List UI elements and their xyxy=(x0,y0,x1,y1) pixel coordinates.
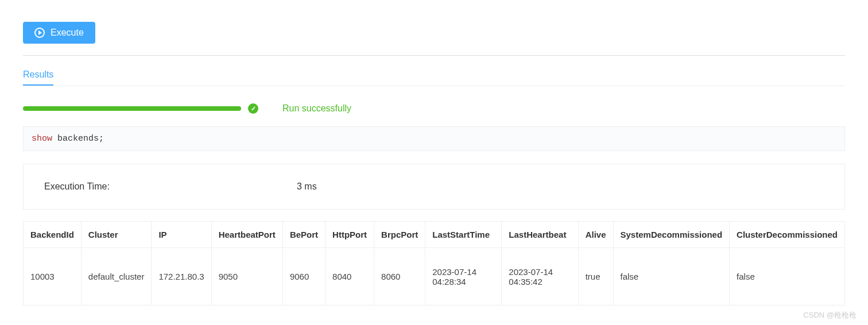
cell-beport: 9060 xyxy=(282,248,325,305)
col-httpport: HttpPort xyxy=(326,222,374,248)
cell-systemdecommissioned: false xyxy=(613,248,730,305)
col-lastheartbeat: LastHeartbeat xyxy=(502,222,578,248)
col-beport: BePort xyxy=(282,222,325,248)
cell-brpcport: 8060 xyxy=(374,248,425,305)
cell-clusterdecommissioned: false xyxy=(730,248,845,305)
status-text: Run successfully xyxy=(282,103,351,114)
tabs: Results xyxy=(23,65,845,86)
table-row: 10003 default_cluster 172.21.80.3 9050 9… xyxy=(24,248,845,305)
progress-bar xyxy=(23,106,241,111)
check-icon: ✓ xyxy=(248,103,258,114)
execution-time-label: Execution Time: xyxy=(44,181,297,192)
col-backendid: BackendId xyxy=(24,222,82,248)
cell-backendid: 10003 xyxy=(24,248,82,305)
execute-button[interactable]: Execute xyxy=(23,22,95,44)
col-heartbeatport: HeartbeatPort xyxy=(211,222,282,248)
query-box: show backends; xyxy=(23,126,845,151)
execution-time-box: Execution Time: 3 ms xyxy=(23,164,845,210)
status-row: ✓ Run successfully xyxy=(23,103,845,114)
cell-ip: 172.21.80.3 xyxy=(152,248,211,305)
results-table: BackendId Cluster IP HeartbeatPort BePor… xyxy=(23,221,845,305)
execution-time-value: 3 ms xyxy=(297,181,317,192)
cell-cluster: default_cluster xyxy=(81,248,152,305)
cell-laststarttime: 2023-07-14 04:28:34 xyxy=(425,248,502,305)
execute-button-label: Execute xyxy=(51,28,84,38)
cell-httpport: 8040 xyxy=(326,248,374,305)
tab-results[interactable]: Results xyxy=(23,65,53,86)
query-keyword: show xyxy=(32,134,52,144)
col-brpcport: BrpcPort xyxy=(374,222,425,248)
col-ip: IP xyxy=(152,222,211,248)
divider xyxy=(23,55,845,56)
col-clusterdecommissioned: ClusterDecommissioned xyxy=(730,222,845,248)
col-cluster: Cluster xyxy=(81,222,152,248)
cell-heartbeatport: 9050 xyxy=(211,248,282,305)
cell-lastheartbeat: 2023-07-14 04:35:42 xyxy=(502,248,578,305)
col-laststarttime: LastStartTime xyxy=(425,222,502,248)
query-rest: backends; xyxy=(52,134,104,144)
table-header-row: BackendId Cluster IP HeartbeatPort BePor… xyxy=(24,222,845,248)
col-systemdecommissioned: SystemDecommissioned xyxy=(613,222,730,248)
col-alive: Alive xyxy=(578,222,613,248)
play-icon xyxy=(34,28,45,38)
cell-alive: true xyxy=(578,248,613,305)
